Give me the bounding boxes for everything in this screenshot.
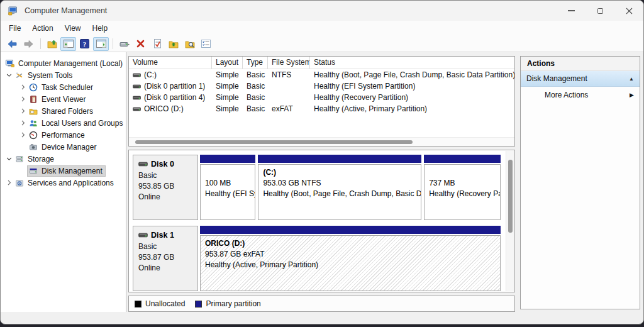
volume-layout: Simple (212, 69, 243, 80)
partition-color-bar (258, 155, 421, 163)
device-button[interactable] (116, 37, 132, 51)
partition-c[interactable]: (C:) 953.03 GB NTFS Healthy (Boot, Page … (258, 155, 421, 220)
sidebar-item-label: Device Manager (42, 143, 96, 152)
svg-text:?: ? (83, 40, 87, 48)
submenu-arrow-icon: ▶ (630, 92, 634, 98)
disk-0-row: Disk 0 Basic 953.85 GB Online 100 MB Hea… (133, 155, 501, 220)
sidebar-item-label: Local Users and Groups (42, 119, 123, 128)
unallocated-swatch (135, 301, 142, 308)
back-icon (7, 40, 18, 48)
computer-management-window: Computer Management File Action View Hel… (0, 0, 644, 324)
volume-status: Healthy (Recovery Partition) (310, 92, 514, 103)
menu-file[interactable]: File (3, 22, 26, 35)
close-icon (626, 8, 633, 14)
sidebar-item-computer-management[interactable]: Computer Management (Local) (1, 57, 126, 69)
partition-label: ORICO (D:) (205, 238, 496, 249)
computer-management-app-icon (8, 6, 18, 16)
sidebar-item-disk-management[interactable]: Disk Management (1, 165, 126, 177)
chevron-down-icon[interactable] (4, 72, 14, 78)
partition-orico-d[interactable]: ORICO (D:) 953.87 GB exFAT Healthy (Acti… (200, 226, 501, 291)
legend-label: Unallocated (145, 299, 185, 308)
help-button[interactable]: ? (77, 37, 92, 51)
users-icon (28, 119, 38, 128)
sidebar-item-event-viewer[interactable]: Event Viewer (1, 93, 126, 105)
volume-layout: Simple (212, 103, 243, 114)
sidebar-item-local-users-and-groups[interactable]: Local Users and Groups (1, 117, 126, 129)
chevron-right-icon[interactable] (4, 180, 14, 186)
vertical-scrollbar-thumb[interactable] (508, 160, 513, 233)
chevron-right-icon[interactable] (18, 132, 28, 138)
forward-button[interactable] (21, 37, 36, 51)
volume-status: Healthy (Active, Primary Partition) (310, 103, 514, 114)
explore-folder-button[interactable] (182, 37, 197, 51)
chevron-right-icon[interactable] (18, 96, 28, 102)
partition-efi[interactable]: 100 MB Healthy (EFI System Partition) (200, 155, 255, 220)
volume-layout: Simple (212, 80, 243, 92)
volume-row[interactable]: (Disk 0 partition 1) Simple Basic Health… (129, 80, 514, 92)
volume-row[interactable]: ORICO (D:) Simple Basic exFAT Healthy (A… (129, 103, 514, 114)
disk-1-row: Disk 1 Basic 953.87 GB Online ORICO (D:)… (133, 226, 501, 291)
sidebar-item-device-manager[interactable]: Device Manager (1, 141, 126, 153)
partition-status: Healthy (Recovery Partition) (429, 189, 496, 199)
maximize-button[interactable] (586, 1, 614, 21)
close-button[interactable] (614, 1, 643, 21)
column-header-status[interactable]: Status (310, 57, 514, 69)
minimize-button[interactable] (557, 1, 586, 21)
column-header-file-system[interactable]: File System (268, 57, 310, 69)
up-level-button[interactable] (44, 37, 60, 51)
show-action-pane-toggle[interactable] (93, 37, 109, 51)
chevron-down-icon[interactable] (4, 156, 14, 162)
toolbar: ? (1, 36, 643, 52)
disk-1-header[interactable]: Disk 1 Basic 953.87 GB Online (133, 226, 198, 291)
actions-pane-title: Actions (521, 57, 640, 71)
device-manager-icon (28, 143, 38, 152)
disk-management-view: Volume Layout Type File System Status (C… (126, 52, 518, 312)
sidebar-item-storage[interactable]: Storage (1, 153, 126, 165)
horizontal-scrollbar[interactable] (129, 137, 514, 146)
horizontal-scrollbar-thumb[interactable] (135, 140, 413, 144)
volume-type: Basic (243, 80, 268, 92)
column-header-volume[interactable]: Volume (129, 57, 212, 69)
properties-button[interactable] (149, 37, 165, 51)
column-header-layout[interactable]: Layout (212, 57, 243, 69)
sidebar-item-system-tools[interactable]: System Tools (1, 69, 126, 81)
actions-group-disk-management[interactable]: Disk Management ▲ (521, 71, 640, 87)
checklist-button[interactable] (198, 37, 214, 51)
column-header-type[interactable]: Type (243, 57, 268, 69)
sidebar-item-performance[interactable]: Performance (1, 129, 126, 141)
volume-file-system (268, 80, 310, 92)
menu-action[interactable]: Action (26, 22, 58, 35)
more-actions-item[interactable]: More Actions ▶ (521, 87, 640, 103)
sidebar-item-services-and-applications[interactable]: Services and Applications (1, 177, 126, 189)
disk-icon (133, 92, 141, 103)
show-console-tree-toggle[interactable] (60, 37, 76, 51)
shared-folder-icon (28, 107, 38, 116)
partition-label (429, 167, 496, 178)
device-icon (119, 40, 130, 48)
disk-1-partitions: ORICO (D:) 953.87 GB exFAT Healthy (Acti… (200, 226, 501, 291)
sidebar-item-shared-folders[interactable]: Shared Folders (1, 105, 126, 117)
vertical-scrollbar[interactable] (506, 151, 514, 291)
volume-type: Basic (243, 103, 268, 114)
volume-row[interactable]: (C:) Simple Basic NTFS Healthy (Boot, Pa… (129, 69, 514, 80)
delete-button[interactable] (133, 37, 148, 51)
menu-view[interactable]: View (59, 22, 87, 35)
sidebar-item-label: Computer Management (Local) (18, 59, 123, 68)
disk-icon (133, 80, 141, 92)
open-folder-button[interactable] (165, 37, 181, 51)
volume-row[interactable]: (Disk 0 partition 4) Simple Basic Health… (129, 92, 514, 103)
sidebar-item-task-scheduler[interactable]: Task Scheduler (1, 81, 126, 93)
chevron-right-icon[interactable] (18, 84, 28, 90)
delete-icon (136, 40, 145, 48)
collapse-caret-icon[interactable]: ▲ (629, 76, 634, 82)
chevron-right-icon[interactable] (18, 120, 28, 126)
menu-help[interactable]: Help (87, 22, 114, 35)
chevron-right-icon[interactable] (18, 108, 28, 114)
sidebar-item-label: Shared Folders (42, 107, 93, 116)
back-button[interactable] (4, 37, 20, 51)
volume-type: Basic (243, 69, 268, 80)
partition-recovery[interactable]: 737 MB Healthy (Recovery Partition) (424, 155, 501, 220)
disk-0-header[interactable]: Disk 0 Basic 953.85 GB Online (133, 155, 198, 220)
show-action-pane-icon (96, 40, 106, 48)
partition-status: Healthy (Boot, Page File, Crash Dump, Ba… (263, 189, 416, 199)
